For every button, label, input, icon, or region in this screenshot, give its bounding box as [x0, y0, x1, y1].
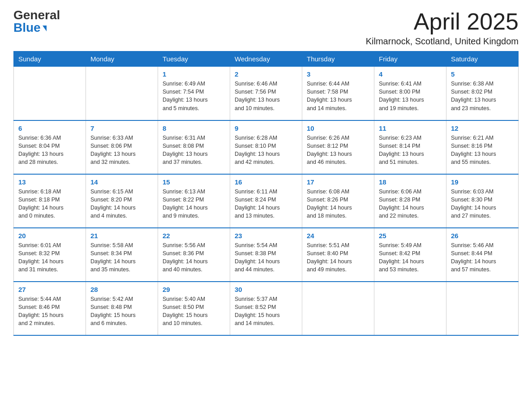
day-number: 27 [18, 286, 81, 293]
day-number: 29 [163, 286, 225, 293]
day-info: Sunrise: 6:49 AM Sunset: 7:54 PM Dayligh… [163, 80, 225, 112]
logo-blue-text: Blue [13, 21, 41, 34]
calendar-cell [374, 282, 446, 335]
day-number: 20 [18, 232, 81, 240]
calendar-cell: 16Sunrise: 6:11 AM Sunset: 8:24 PM Dayli… [230, 174, 302, 228]
day-info: Sunrise: 6:38 AM Sunset: 8:02 PM Dayligh… [451, 80, 514, 112]
day-info: Sunrise: 5:51 AM Sunset: 8:40 PM Dayligh… [307, 241, 369, 274]
logo-arrow-icon [43, 26, 47, 31]
day-info: Sunrise: 6:21 AM Sunset: 8:16 PM Dayligh… [451, 134, 514, 167]
weekday-header-friday: Friday [374, 51, 446, 67]
day-info: Sunrise: 6:06 AM Sunset: 8:28 PM Dayligh… [379, 188, 442, 220]
calendar-week-2: 6Sunrise: 6:36 AM Sunset: 8:04 PM Daylig… [14, 120, 519, 174]
day-info: Sunrise: 5:46 AM Sunset: 8:44 PM Dayligh… [451, 241, 514, 274]
calendar-cell [86, 67, 158, 120]
day-info: Sunrise: 5:40 AM Sunset: 8:50 PM Dayligh… [163, 295, 225, 328]
calendar-cell: 20Sunrise: 6:01 AM Sunset: 8:32 PM Dayli… [14, 228, 86, 282]
calendar-cell: 19Sunrise: 6:03 AM Sunset: 8:30 PM Dayli… [446, 174, 519, 228]
day-number: 26 [451, 232, 514, 240]
day-number: 25 [379, 232, 442, 240]
calendar-cell [302, 282, 374, 335]
day-number: 28 [90, 286, 153, 293]
day-number: 9 [235, 124, 297, 132]
calendar-cell: 3Sunrise: 6:44 AM Sunset: 7:58 PM Daylig… [302, 67, 374, 120]
calendar-week-3: 13Sunrise: 6:18 AM Sunset: 8:18 PM Dayli… [14, 174, 519, 228]
calendar-cell: 26Sunrise: 5:46 AM Sunset: 8:44 PM Dayli… [446, 228, 519, 282]
day-info: Sunrise: 5:58 AM Sunset: 8:34 PM Dayligh… [90, 241, 153, 274]
calendar-cell [14, 67, 86, 120]
day-info: Sunrise: 6:33 AM Sunset: 8:06 PM Dayligh… [90, 134, 153, 167]
day-info: Sunrise: 5:54 AM Sunset: 8:38 PM Dayligh… [235, 241, 297, 274]
day-number: 13 [18, 178, 81, 186]
logo: General Blue [13, 9, 60, 34]
day-info: Sunrise: 6:03 AM Sunset: 8:30 PM Dayligh… [451, 188, 514, 220]
day-info: Sunrise: 5:44 AM Sunset: 8:46 PM Dayligh… [18, 295, 81, 328]
day-info: Sunrise: 6:23 AM Sunset: 8:14 PM Dayligh… [379, 134, 442, 167]
day-info: Sunrise: 5:49 AM Sunset: 8:42 PM Dayligh… [379, 241, 442, 274]
weekday-header-monday: Monday [86, 51, 158, 67]
weekday-header-saturday: Saturday [446, 51, 519, 67]
day-info: Sunrise: 6:46 AM Sunset: 7:56 PM Dayligh… [235, 80, 297, 112]
calendar-week-1: 1Sunrise: 6:49 AM Sunset: 7:54 PM Daylig… [14, 67, 519, 120]
day-info: Sunrise: 5:56 AM Sunset: 8:36 PM Dayligh… [163, 241, 225, 274]
day-number: 11 [379, 124, 442, 132]
day-info: Sunrise: 6:11 AM Sunset: 8:24 PM Dayligh… [235, 188, 297, 220]
calendar-cell: 4Sunrise: 6:41 AM Sunset: 8:00 PM Daylig… [374, 67, 446, 120]
day-number: 14 [90, 178, 153, 186]
weekday-header-thursday: Thursday [302, 51, 374, 67]
calendar-cell: 10Sunrise: 6:26 AM Sunset: 8:12 PM Dayli… [302, 120, 374, 174]
day-number: 21 [90, 232, 153, 240]
day-number: 4 [379, 70, 442, 78]
calendar-table: SundayMondayTuesdayWednesdayThursdayFrid… [13, 51, 519, 336]
calendar-cell: 12Sunrise: 6:21 AM Sunset: 8:16 PM Dayli… [446, 120, 519, 174]
calendar-cell: 1Sunrise: 6:49 AM Sunset: 7:54 PM Daylig… [158, 67, 230, 120]
day-number: 1 [163, 70, 225, 78]
calendar-cell: 13Sunrise: 6:18 AM Sunset: 8:18 PM Dayli… [14, 174, 86, 228]
calendar-week-4: 20Sunrise: 6:01 AM Sunset: 8:32 PM Dayli… [14, 228, 519, 282]
calendar-cell: 27Sunrise: 5:44 AM Sunset: 8:46 PM Dayli… [14, 282, 86, 335]
day-number: 23 [235, 232, 297, 240]
day-info: Sunrise: 5:37 AM Sunset: 8:52 PM Dayligh… [235, 295, 297, 328]
weekday-header-sunday: Sunday [14, 51, 86, 67]
day-number: 19 [451, 178, 514, 186]
logo-general: General [13, 9, 60, 21]
day-number: 7 [90, 124, 153, 132]
calendar-cell: 15Sunrise: 6:13 AM Sunset: 8:22 PM Dayli… [158, 174, 230, 228]
calendar-cell: 29Sunrise: 5:40 AM Sunset: 8:50 PM Dayli… [158, 282, 230, 335]
day-number: 15 [163, 178, 225, 186]
calendar-cell: 28Sunrise: 5:42 AM Sunset: 8:48 PM Dayli… [86, 282, 158, 335]
calendar-week-5: 27Sunrise: 5:44 AM Sunset: 8:46 PM Dayli… [14, 282, 519, 335]
calendar-cell: 22Sunrise: 5:56 AM Sunset: 8:36 PM Dayli… [158, 228, 230, 282]
day-number: 18 [379, 178, 442, 186]
day-number: 3 [307, 70, 369, 78]
calendar-cell: 24Sunrise: 5:51 AM Sunset: 8:40 PM Dayli… [302, 228, 374, 282]
day-number: 8 [163, 124, 225, 132]
day-number: 17 [307, 178, 369, 186]
weekday-header-tuesday: Tuesday [158, 51, 230, 67]
calendar-cell: 17Sunrise: 6:08 AM Sunset: 8:26 PM Dayli… [302, 174, 374, 228]
calendar-cell: 18Sunrise: 6:06 AM Sunset: 8:28 PM Dayli… [374, 174, 446, 228]
day-number: 30 [235, 286, 297, 293]
calendar-cell: 7Sunrise: 6:33 AM Sunset: 8:06 PM Daylig… [86, 120, 158, 174]
day-info: Sunrise: 6:41 AM Sunset: 8:00 PM Dayligh… [379, 80, 442, 112]
page-header: General Blue April 2025 Kilmarnock, Scot… [13, 9, 519, 47]
title-block: April 2025 Kilmarnock, Scotland, United … [366, 9, 519, 47]
day-info: Sunrise: 5:42 AM Sunset: 8:48 PM Dayligh… [90, 295, 153, 328]
calendar-cell: 6Sunrise: 6:36 AM Sunset: 8:04 PM Daylig… [14, 120, 86, 174]
calendar-body: 1Sunrise: 6:49 AM Sunset: 7:54 PM Daylig… [14, 67, 519, 335]
day-number: 2 [235, 70, 297, 78]
calendar-cell: 25Sunrise: 5:49 AM Sunset: 8:42 PM Dayli… [374, 228, 446, 282]
calendar-subtitle: Kilmarnock, Scotland, United Kingdom [366, 36, 519, 47]
calendar-cell: 5Sunrise: 6:38 AM Sunset: 8:02 PM Daylig… [446, 67, 519, 120]
day-info: Sunrise: 6:31 AM Sunset: 8:08 PM Dayligh… [163, 134, 225, 167]
calendar-cell: 30Sunrise: 5:37 AM Sunset: 8:52 PM Dayli… [230, 282, 302, 335]
day-info: Sunrise: 6:28 AM Sunset: 8:10 PM Dayligh… [235, 134, 297, 167]
calendar-cell: 14Sunrise: 6:15 AM Sunset: 8:20 PM Dayli… [86, 174, 158, 228]
calendar-cell [446, 282, 519, 335]
day-info: Sunrise: 6:44 AM Sunset: 7:58 PM Dayligh… [307, 80, 369, 112]
day-number: 22 [163, 232, 225, 240]
day-info: Sunrise: 6:01 AM Sunset: 8:32 PM Dayligh… [18, 241, 81, 274]
logo-blue-row: Blue [13, 21, 60, 34]
day-info: Sunrise: 6:18 AM Sunset: 8:18 PM Dayligh… [18, 188, 81, 220]
calendar-title: April 2025 [366, 9, 519, 34]
